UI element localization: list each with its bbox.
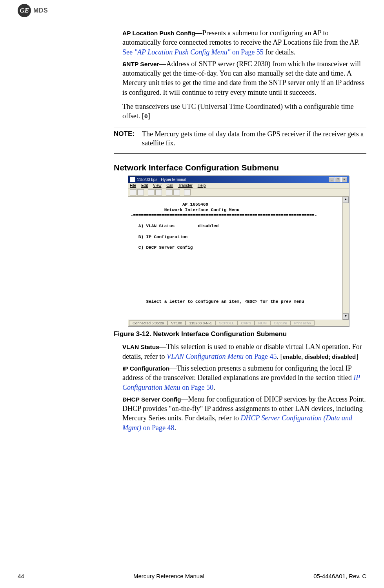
statusbar: Connected 5:05:29 VT100 115200 8-N-1 SCR… [128,320,349,326]
bullet-sntp: SNTP Server—Address of SNTP server (RFC … [122,59,366,121]
toolbar-button-6[interactable] [173,189,180,195]
sntp-extra: The transceivers use UTC (Universal Time… [122,102,366,121]
toolbar-button-3[interactable] [148,189,155,195]
ge-icon: GE [18,4,31,17]
terminal-content: AP_1655469 Network Interface Config Menu… [128,197,342,320]
term-ap-location: AP Location Push Config [122,30,195,36]
status-settings: 115200 8-N-1 [186,320,215,326]
toolbar-button-7[interactable] [184,189,191,195]
note-label: NOTE: [114,130,142,148]
status-echo: Print echo [291,320,315,326]
bullet-ap-location: AP Location Push Config—Presents a subme… [122,28,366,57]
menu-call[interactable]: Call [166,183,173,188]
status-scroll: SCROLL [215,320,237,326]
status-connected: Connected 5:05:29 [129,320,167,326]
link-ap-location-push[interactable]: See "AP Location Push Config Menu" on Pa… [122,48,264,56]
scrollbar[interactable]: ▲ ▼ [342,197,349,320]
after-link-0: for details. [264,48,295,56]
note-rule-top [114,127,366,127]
term-sntp: SNTP Server [122,61,159,67]
term-vlan-status: VLAN Status [122,344,159,350]
footer-right: 05-4446A01, Rev. C [313,573,366,579]
window-title: 115200 bps - HyperTerminal [137,177,186,182]
maximize-button[interactable]: □ [335,177,341,182]
menu-help[interactable]: Help [198,183,206,188]
scroll-down[interactable]: ▼ [343,313,349,320]
minimize-button[interactable]: _ [329,177,335,182]
note-text: The Mercury gets time of day data from t… [142,130,366,148]
figure-caption: Figure 3-12. Network Interface Configura… [114,330,366,338]
link-vlan-config[interactable]: VLAN Configuration Menu on Page 45 [167,353,277,360]
mds-text: MDS [33,7,48,14]
close-button[interactable]: × [341,177,347,182]
note-rule-bottom [114,153,366,154]
bullet-dhcp-config: DHCP Server Config—Menu for configuratio… [122,394,366,432]
scroll-up[interactable]: ▲ [343,197,349,203]
menu-file[interactable]: File [130,183,136,188]
footer-page: 44 [18,573,24,579]
section-title: Network Interface Configuration Submenu [114,163,366,172]
toolbar-button-5[interactable] [166,189,173,195]
menu-view[interactable]: View [153,183,162,188]
brand-logo: GE MDS [18,4,366,17]
footer-center: Mercury Reference Manual [133,573,204,579]
bullet-ip-config: IP Configuration—This selection presents… [122,364,366,392]
menu-transfer[interactable]: Transfer [178,183,193,188]
toolbar-button-1[interactable] [130,189,136,195]
term-ip-config: IP Configuration [122,365,169,372]
toolbar-button-2[interactable] [137,189,144,195]
toolbar-button-4[interactable] [155,189,162,195]
hyperterminal-window: 115200 bps - HyperTerminal _ □ × File Ed… [128,175,349,326]
app-icon [130,177,135,182]
bullet-vlan-status: VLAN Status—This selection is used to en… [122,342,366,361]
status-num: NUM [255,320,270,326]
menu-edit[interactable]: Edit [141,183,148,188]
status-capture: Capture [270,320,291,326]
menubar: File Edit View Call Transfer Help [128,183,349,188]
toolbar [128,188,349,197]
status-emulation: VT100 [167,320,186,326]
page-footer: 44 Mercury Reference Manual 05-4446A01, … [18,571,366,579]
status-caps: CAPS [237,320,255,326]
window-titlebar: 115200 bps - HyperTerminal _ □ × [128,176,349,183]
note-block: NOTE: The Mercury gets time of day data … [114,130,366,148]
term-dhcp-config: DHCP Server Config [122,396,181,403]
